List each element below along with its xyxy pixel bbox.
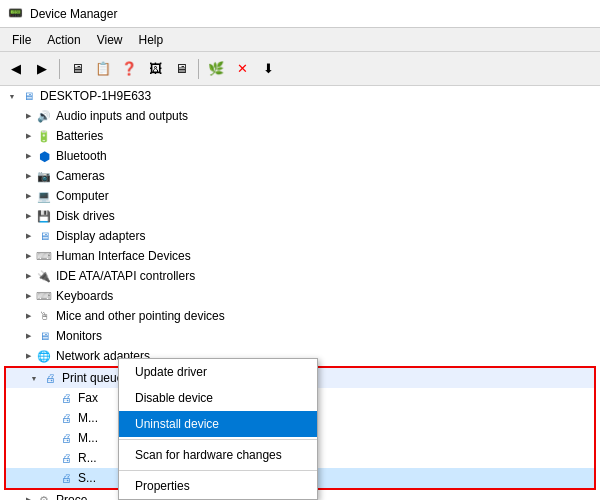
hid-label: Human Interface Devices — [56, 249, 191, 263]
back-button[interactable]: ◀ — [4, 57, 28, 81]
ctx-separator-2 — [119, 470, 317, 471]
ide-expand[interactable] — [20, 268, 36, 284]
scan-button[interactable]: ⬇ — [256, 57, 280, 81]
ctx-disable-device[interactable]: Disable device — [119, 385, 317, 411]
printer-s-expand — [42, 470, 58, 486]
keyboards-icon: ⌨ — [36, 288, 52, 304]
toolbar-separator-1 — [59, 59, 60, 79]
computer-label: Computer — [56, 189, 109, 203]
printer-r-label: R... — [78, 451, 97, 465]
printer-m2-expand — [42, 430, 58, 446]
printer-m2-icon: 🖨 — [58, 430, 74, 446]
root-expand[interactable] — [4, 88, 20, 104]
cameras-label: Cameras — [56, 169, 105, 183]
ctx-scan-hardware[interactable]: Scan for hardware changes — [119, 442, 317, 468]
tree-item-hid[interactable]: ⌨ Human Interface Devices — [0, 246, 600, 266]
cameras-icon: 📷 — [36, 168, 52, 184]
tree-item-audio[interactable]: 🔊 Audio inputs and outputs — [0, 106, 600, 126]
main-area[interactable]: 🖥 DESKTOP-1H9E633 🔊 Audio inputs and out… — [0, 86, 600, 500]
menu-action[interactable]: Action — [39, 31, 88, 49]
disk-expand[interactable] — [20, 208, 36, 224]
monitors-label: Monitors — [56, 329, 102, 343]
printer-m1-icon: 🖨 — [58, 410, 74, 426]
cameras-expand[interactable] — [20, 168, 36, 184]
network-icon: 🌐 — [36, 348, 52, 364]
update-driver-button[interactable]: 📋 — [91, 57, 115, 81]
mice-icon: 🖱 — [36, 308, 52, 324]
ide-label: IDE ATA/ATAPI controllers — [56, 269, 195, 283]
tree-item-disk[interactable]: 💾 Disk drives — [0, 206, 600, 226]
menu-file[interactable]: File — [4, 31, 39, 49]
tree-item-monitors[interactable]: 🖥 Monitors — [0, 326, 600, 346]
tree-item-keyboards[interactable]: ⌨ Keyboards — [0, 286, 600, 306]
hid-expand[interactable] — [20, 248, 36, 264]
keyboards-label: Keyboards — [56, 289, 113, 303]
printer-r-expand — [42, 450, 58, 466]
disk-label: Disk drives — [56, 209, 115, 223]
printer-s-label: S... — [78, 471, 96, 485]
display-button[interactable]: 🖼 — [143, 57, 167, 81]
tree-item-cameras[interactable]: 📷 Cameras — [0, 166, 600, 186]
fax-label: Fax — [78, 391, 98, 405]
computer-button[interactable]: 🖥 — [169, 57, 193, 81]
printer-s-icon: 🖨 — [58, 470, 74, 486]
printer-m1-expand — [42, 410, 58, 426]
processes-label: Proce... — [56, 493, 97, 500]
forward-button[interactable]: ▶ — [30, 57, 54, 81]
add-driver-button[interactable]: 🌿 — [204, 57, 228, 81]
remove-button[interactable]: ✕ — [230, 57, 254, 81]
root-icon: 🖥 — [20, 88, 36, 104]
batteries-expand[interactable] — [20, 128, 36, 144]
bluetooth-icon: ⬢ — [36, 148, 52, 164]
fax-expand — [42, 390, 58, 406]
processes-icon: ⚙ — [36, 492, 52, 500]
mice-expand[interactable] — [20, 308, 36, 324]
computer-icon: 💻 — [36, 188, 52, 204]
monitors-expand[interactable] — [20, 328, 36, 344]
printer-m1-label: M... — [78, 411, 98, 425]
bluetooth-expand[interactable] — [20, 148, 36, 164]
printer-m2-label: M... — [78, 431, 98, 445]
monitors-icon: 🖥 — [36, 328, 52, 344]
title-bar: 📟 Device Manager — [0, 0, 600, 28]
ctx-separator-1 — [119, 439, 317, 440]
context-menu: Update driver Disable device Uninstall d… — [118, 358, 318, 500]
network-expand[interactable] — [20, 348, 36, 364]
help-button[interactable]: ❓ — [117, 57, 141, 81]
mice-label: Mice and other pointing devices — [56, 309, 225, 323]
tree-item-display[interactable]: 🖥 Display adapters — [0, 226, 600, 246]
ctx-properties[interactable]: Properties — [119, 473, 317, 499]
bluetooth-label: Bluetooth — [56, 149, 107, 163]
tree-item-bluetooth[interactable]: ⬢ Bluetooth — [0, 146, 600, 166]
properties-button[interactable]: 🖥 — [65, 57, 89, 81]
window-title: Device Manager — [30, 7, 117, 21]
toolbar-separator-2 — [198, 59, 199, 79]
ctx-uninstall-device[interactable]: Uninstall device — [119, 411, 317, 437]
display-label: Display adapters — [56, 229, 145, 243]
tree-root[interactable]: 🖥 DESKTOP-1H9E633 — [0, 86, 600, 106]
app-icon: 📟 — [8, 6, 24, 22]
display-expand[interactable] — [20, 228, 36, 244]
display-icon: 🖥 — [36, 228, 52, 244]
keyboards-expand[interactable] — [20, 288, 36, 304]
tree-item-ide[interactable]: 🔌 IDE ATA/ATAPI controllers — [0, 266, 600, 286]
print-queues-expand[interactable] — [26, 370, 42, 386]
menu-view[interactable]: View — [89, 31, 131, 49]
root-label: DESKTOP-1H9E633 — [40, 89, 151, 103]
computer-expand[interactable] — [20, 188, 36, 204]
audio-label: Audio inputs and outputs — [56, 109, 188, 123]
batteries-icon: 🔋 — [36, 128, 52, 144]
menu-help[interactable]: Help — [131, 31, 172, 49]
toolbar: ◀ ▶ 🖥 📋 ❓ 🖼 🖥 🌿 ✕ ⬇ — [0, 52, 600, 86]
processes-expand[interactable] — [20, 492, 36, 500]
printer-r-icon: 🖨 — [58, 450, 74, 466]
print-queues-icon: 🖨 — [42, 370, 58, 386]
hid-icon: ⌨ — [36, 248, 52, 264]
disk-icon: 💾 — [36, 208, 52, 224]
menu-bar: File Action View Help — [0, 28, 600, 52]
tree-item-computer[interactable]: 💻 Computer — [0, 186, 600, 206]
tree-item-batteries[interactable]: 🔋 Batteries — [0, 126, 600, 146]
audio-expand[interactable] — [20, 108, 36, 124]
ctx-update-driver[interactable]: Update driver — [119, 359, 317, 385]
tree-item-mice[interactable]: 🖱 Mice and other pointing devices — [0, 306, 600, 326]
